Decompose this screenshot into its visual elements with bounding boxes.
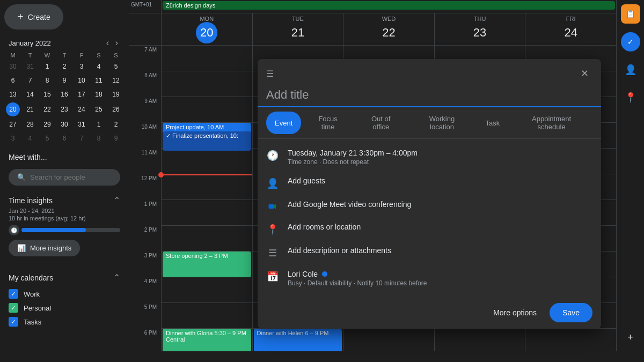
mini-cal-day[interactable]: 23: [56, 101, 73, 117]
calendar-event[interactable]: Dinner with Helen 6 – 9 PM: [254, 329, 342, 351]
mini-cal-day[interactable]: 29: [39, 117, 56, 131]
mini-cal-day[interactable]: 2: [107, 117, 125, 131]
day-col-mon[interactable]: Project update, 10 AM✓ Finalize presenta…: [161, 46, 252, 351]
dialog-footer: More options Save: [258, 297, 601, 329]
mini-cal-day[interactable]: 8: [90, 131, 107, 145]
event-creation-dialog: ☰ ✕ Event Focus time Out of office Worki…: [258, 59, 601, 329]
day-num[interactable]: 24: [560, 22, 582, 43]
mini-cal-prev[interactable]: ‹: [104, 37, 111, 49]
calendar-checkbox[interactable]: ✓: [9, 289, 18, 299]
dialog-close-button[interactable]: ✕: [576, 65, 592, 82]
calendar-event[interactable]: Dinner with Gloria 5:30 – 9 PM Central: [163, 329, 251, 351]
time-insights-collapse[interactable]: ⌃: [113, 195, 120, 205]
tab-task[interactable]: Task: [477, 112, 509, 134]
calendar-owner-content: Lori Cole Busy · Default visibility · No…: [288, 270, 592, 287]
description-row[interactable]: ☰ Add description or attachments: [266, 241, 592, 264]
day-num[interactable]: 23: [469, 22, 491, 43]
mini-cal-day[interactable]: 15: [39, 87, 56, 101]
mini-cal-day[interactable]: 7: [73, 131, 90, 145]
mini-cal-day[interactable]: 26: [107, 101, 125, 117]
location-content: Add rooms or location: [288, 223, 592, 231]
time-insights-stat: 18 hr in meetings (avg: 12 hr): [9, 215, 120, 221]
mini-cal-day[interactable]: 8: [39, 73, 56, 87]
mini-cal-day[interactable]: 12: [107, 73, 125, 87]
more-insights-button[interactable]: 📊 More insights: [9, 240, 80, 256]
mini-cal-day[interactable]: 5: [107, 60, 125, 73]
tasks-icon-btn[interactable]: ✓: [621, 32, 640, 51]
allday-event-zurich[interactable]: Zürich design days: [163, 1, 615, 10]
tab-focus-time[interactable]: Focus time: [303, 112, 353, 134]
calendar-event[interactable]: ✓ Finalize presentation, 10:: [163, 131, 251, 151]
mini-cal-day[interactable]: 4: [21, 131, 39, 145]
calendar-checkbox[interactable]: ✓: [9, 317, 18, 327]
contacts-icon-btn[interactable]: 👤: [621, 60, 640, 79]
more-options-button[interactable]: More options: [485, 304, 545, 321]
mini-cal-day[interactable]: 9: [56, 73, 73, 87]
my-calendars-collapse[interactable]: ⌃: [113, 272, 120, 283]
day-num[interactable]: 20: [196, 22, 217, 43]
mini-cal-day[interactable]: 27: [4, 117, 21, 131]
event-title-input[interactable]: [258, 86, 601, 107]
mini-cal-day[interactable]: 16: [56, 87, 73, 101]
guests-row[interactable]: 👤 Add guests: [266, 171, 592, 195]
calendar-item[interactable]: ✓Personal: [9, 301, 120, 315]
datetime-text[interactable]: Tuesday, January 21 3:30pm – 4:00pm: [288, 149, 592, 157]
tab-out-of-office[interactable]: Out of office: [355, 112, 407, 134]
mini-cal-day[interactable]: 20: [4, 101, 21, 117]
mini-cal-day[interactable]: 17: [73, 87, 90, 101]
tab-working-location[interactable]: Working location: [409, 112, 475, 134]
time-insights-title: Time insights: [9, 196, 53, 205]
mini-cal-day[interactable]: 30: [4, 60, 21, 73]
google-meet-row[interactable]: Add Google Meet video conferencing: [266, 195, 592, 217]
mini-cal-day[interactable]: 31: [21, 60, 39, 73]
mini-cal-day[interactable]: 21: [21, 101, 39, 117]
mini-cal-next[interactable]: ›: [113, 37, 120, 49]
mini-cal-day[interactable]: 24: [73, 101, 90, 117]
mini-cal-day[interactable]: 18: [90, 87, 107, 101]
search-people-container[interactable]: 🔍: [9, 169, 120, 186]
meet-with-label: Meet with...: [4, 149, 125, 164]
mini-cal-day[interactable]: 31: [73, 117, 90, 131]
add-app-icon-btn[interactable]: +: [621, 328, 640, 347]
mini-cal-day[interactable]: 13: [4, 87, 21, 101]
mini-cal-day[interactable]: 22: [39, 101, 56, 117]
location-row[interactable]: 📍 Add rooms or location: [266, 217, 592, 241]
insights-bar: [21, 228, 120, 232]
tab-appointment-schedule[interactable]: Appointment schedule: [510, 112, 592, 134]
mini-cal-day[interactable]: 25: [90, 101, 107, 117]
mini-cal-day[interactable]: 10: [73, 73, 90, 87]
calendar-checkbox[interactable]: ✓: [9, 303, 18, 313]
mini-cal-day[interactable]: 6: [4, 73, 21, 87]
day-header-mon: MON20: [161, 13, 252, 45]
mini-cal-day[interactable]: 4: [90, 60, 107, 73]
day-num[interactable]: 21: [287, 22, 309, 43]
create-button[interactable]: + Create: [4, 4, 63, 29]
notifications-icon-btn[interactable]: 📋: [621, 4, 640, 24]
day-num[interactable]: 22: [378, 22, 399, 43]
mini-cal-day[interactable]: 30: [56, 117, 73, 131]
mini-cal-day[interactable]: 28: [21, 117, 39, 131]
mini-cal-day[interactable]: 7: [21, 73, 39, 87]
calendar-item[interactable]: ✓Work: [9, 287, 120, 301]
search-people-input[interactable]: [30, 173, 112, 181]
calendar-event[interactable]: Store opening 2 – 3 PM: [163, 252, 251, 277]
mini-cal-day[interactable]: 1: [90, 117, 107, 131]
mini-cal-day[interactable]: 9: [107, 131, 125, 145]
save-button[interactable]: Save: [550, 303, 592, 322]
mini-cal-day[interactable]: 1: [39, 60, 56, 73]
mini-cal-day[interactable]: 6: [56, 131, 73, 145]
allday-events-col: Zürich design days: [161, 0, 616, 13]
calendar-item[interactable]: ✓Tasks: [9, 315, 120, 329]
mini-cal-day[interactable]: 19: [107, 87, 125, 101]
mini-cal-day[interactable]: 14: [21, 87, 39, 101]
maps-icon-btn[interactable]: 📍: [621, 88, 640, 107]
mini-cal-day[interactable]: 5: [39, 131, 56, 145]
mini-cal-day[interactable]: 3: [73, 60, 90, 73]
mini-cal-day[interactable]: 2: [56, 60, 73, 73]
dialog-topbar: ☰ ✕: [258, 59, 601, 86]
tab-event[interactable]: Event: [266, 112, 301, 134]
time-column: 7 AM8 AM9 AM10 AM11 AM12 PM1 PM2 PM3 PM4…: [129, 46, 161, 351]
mini-cal-day[interactable]: 11: [90, 73, 107, 87]
mini-cal-day[interactable]: 3: [4, 131, 21, 145]
add-guests-text[interactable]: Add guests: [288, 176, 592, 185]
